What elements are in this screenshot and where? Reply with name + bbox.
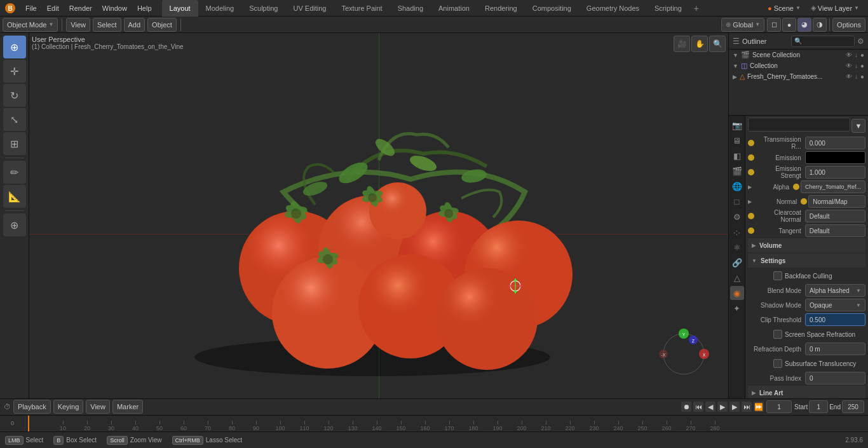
marker-menu[interactable]: Marker — [112, 400, 143, 414]
subsurface-translucency-checkbox[interactable] — [773, 359, 782, 368]
tool-move[interactable]: ✛ — [3, 60, 26, 83]
start-frame-input[interactable]: 1 — [809, 400, 828, 413]
next-frame-button[interactable]: ▶ — [729, 402, 740, 412]
shadow-mode-dropdown[interactable]: Opaque ▼ — [805, 299, 865, 311]
prop-icon-output[interactable]: 🖥 — [730, 133, 744, 147]
blend-mode-value: Alpha Hashed — [810, 287, 850, 294]
tab-animation[interactable]: Animation — [431, 0, 477, 17]
object-mode-dropdown[interactable]: Object Mode ▼ — [3, 18, 58, 32]
volume-section-header[interactable]: ▶ Volume — [748, 238, 865, 252]
tool-scale[interactable]: ⤡ — [3, 108, 26, 131]
normal-value[interactable]: Normal/Map — [808, 195, 865, 208]
viewport-shading-wire[interactable]: ◻ — [767, 18, 781, 32]
hand-btn[interactable]: ✋ — [691, 36, 708, 52]
menu-window[interactable]: Window — [97, 0, 132, 17]
clearcoat-value[interactable]: Default — [805, 210, 865, 222]
emission-color[interactable] — [805, 151, 865, 164]
prop-icon-modifier[interactable]: ⚙ — [730, 210, 744, 224]
viewport-shading-material[interactable]: ◕ — [797, 18, 811, 32]
play-reverse-button[interactable]: ⏭ — [742, 402, 752, 412]
add-menu[interactable]: Add — [124, 18, 146, 32]
screen-space-refraction-checkbox[interactable] — [773, 330, 782, 339]
viewport-shading-solid[interactable]: ● — [782, 18, 796, 32]
properties-search[interactable] — [748, 118, 850, 132]
transmission-value[interactable]: 0.000 — [805, 137, 865, 149]
zoom-btn[interactable]: 🔍 — [709, 36, 726, 52]
options-button[interactable]: Options — [832, 18, 865, 32]
prev-frame-button[interactable]: ◀ — [705, 402, 715, 412]
prop-icon-view-layer[interactable]: ◧ — [730, 149, 744, 163]
play-button[interactable]: ▶ — [717, 402, 728, 412]
prop-icon-material[interactable]: ◉ — [730, 286, 744, 300]
playback-menu[interactable]: Playback — [13, 400, 51, 414]
backface-culling-checkbox[interactable] — [773, 271, 782, 280]
tool-measure[interactable]: 📐 — [3, 185, 26, 208]
props-filter-btn[interactable]: ▼ — [851, 119, 865, 133]
camera-btn[interactable]: 🎥 — [674, 36, 690, 52]
tool-annotate[interactable]: ✏ — [3, 161, 26, 184]
tool-cursor[interactable]: ⊕ — [3, 36, 26, 58]
alpha-expand[interactable]: ▶ — [748, 184, 752, 190]
clip-threshold-value[interactable]: 0.500 — [805, 313, 865, 326]
menu-render[interactable]: Render — [64, 0, 97, 17]
prop-icon-render[interactable]: 📷 — [730, 118, 744, 132]
viewport-shading-render[interactable]: ◑ — [813, 18, 827, 32]
refraction-depth-value[interactable]: 0 m — [805, 343, 865, 355]
prop-icon-particles[interactable]: ·:· — [730, 225, 744, 239]
clearcoat-normal-row: Clearcoat Normal Default — [748, 209, 865, 223]
prop-icon-object[interactable]: □ — [730, 194, 744, 208]
filter-icon[interactable]: ⚙ — [857, 37, 864, 46]
jump-start-button[interactable]: ⏮ — [693, 402, 703, 412]
outliner-tomato-mesh[interactable]: ▶ △ Fresh_Cherry_Tomatoes... 👁 ↓ ● — [729, 71, 868, 82]
jump-end-button[interactable]: ⏩ — [754, 402, 764, 412]
scene-selector[interactable]: ● Scene ▼ — [764, 3, 804, 13]
emission-strength-label: Emission Strengt — [756, 165, 804, 179]
view-layer-selector[interactable]: ◈ View Layer ▼ — [807, 3, 863, 13]
prop-icon-constraints[interactable]: 🔗 — [730, 255, 744, 269]
tool-transform[interactable]: ⊞ — [3, 132, 26, 155]
prop-icon-data[interactable]: △ — [730, 271, 744, 285]
tool-rotate[interactable]: ↻ — [3, 84, 26, 107]
current-frame-input[interactable]: 1 — [766, 400, 792, 413]
outliner-scene-collection[interactable]: ▼ 🎬 Scene Collection 👁 ↓ ● — [729, 50, 868, 60]
transform-dropdown[interactable]: ⊕ Global ▼ — [721, 18, 764, 32]
tab-layout[interactable]: Layout — [162, 0, 198, 17]
tab-sculpting[interactable]: Sculpting — [241, 0, 285, 17]
add-workspace-tab[interactable]: + — [689, 1, 703, 15]
outliner-collection[interactable]: ▼ ◫ Collection 👁 ↓ ● — [729, 60, 868, 71]
view-menu[interactable]: View — [66, 18, 90, 32]
prop-icon-physics[interactable]: ⚛ — [730, 240, 744, 254]
select-menu[interactable]: Select — [93, 18, 121, 32]
record-button[interactable]: ⏺ — [681, 402, 691, 412]
tool-add[interactable]: ⊕ — [3, 214, 26, 236]
settings-section-header[interactable]: ▼ Settings — [748, 254, 865, 268]
tab-rendering[interactable]: Rendering — [477, 0, 525, 17]
menu-help[interactable]: Help — [132, 0, 157, 17]
object-menu[interactable]: Object — [147, 18, 177, 32]
timeline-view-menu[interactable]: View — [86, 400, 110, 414]
tab-geometry-nodes[interactable]: Geometry Nodes — [579, 0, 647, 17]
normal-expand[interactable]: ▶ — [748, 199, 752, 205]
viewport-gizmo[interactable]: X Y Z -X — [658, 329, 709, 379]
menu-edit[interactable]: Edit — [42, 0, 64, 17]
pass-index-value[interactable]: 0 — [805, 372, 865, 384]
blend-mode-dropdown[interactable]: Alpha Hashed ▼ — [805, 284, 865, 297]
tab-scripting[interactable]: Scripting — [647, 0, 689, 17]
end-frame-input[interactable]: 250 — [842, 400, 864, 413]
menu-file[interactable]: File — [20, 0, 42, 17]
tab-shading[interactable]: Shading — [390, 0, 431, 17]
prop-icon-shaderfx[interactable]: ✦ — [730, 301, 744, 315]
alpha-value[interactable]: Cherry_Tomato_Ref... — [801, 180, 865, 193]
emission-strength-value[interactable]: 1.000 — [805, 166, 865, 179]
timeline-ruler[interactable]: 0 10203040506070809010011012013014015016… — [0, 416, 868, 431]
tab-texture-paint[interactable]: Texture Paint — [334, 0, 390, 17]
tab-modeling[interactable]: Modeling — [198, 0, 242, 17]
prop-icon-world[interactable]: 🌐 — [730, 179, 744, 193]
tab-uv-editing[interactable]: UV Editing — [285, 0, 334, 17]
keying-menu[interactable]: Keying — [53, 400, 84, 414]
3d-viewport[interactable]: User Perspective (1) Collection | Fresh_… — [29, 33, 728, 398]
tangent-value[interactable]: Default — [805, 224, 865, 237]
tab-compositing[interactable]: Compositing — [525, 0, 579, 17]
prop-icon-scene[interactable]: 🎬 — [730, 164, 744, 178]
line-art-section-header[interactable]: ▶ Line Art — [748, 386, 865, 398]
